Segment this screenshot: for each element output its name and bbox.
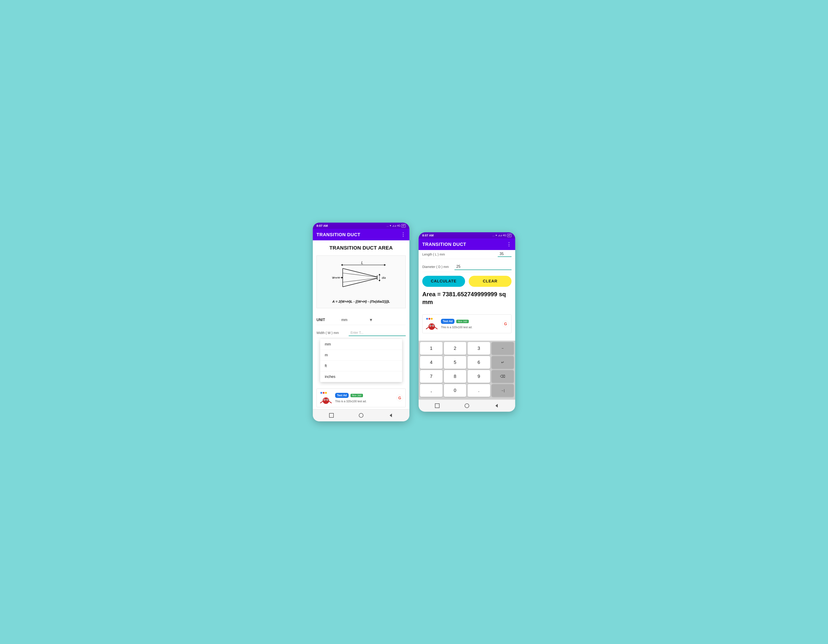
dropdown-arrow-icon[interactable]: ▼ <box>369 318 373 323</box>
keyboard-row-4: , 0 . →| <box>420 384 514 397</box>
svg-point-17 <box>320 392 322 394</box>
key-minus[interactable]: − <box>491 342 514 355</box>
width-label: Width ( W ) mm <box>317 331 349 335</box>
nav-bar-right <box>419 400 515 412</box>
svg-marker-31 <box>390 414 392 417</box>
length-value: 35 <box>498 252 511 257</box>
nav-square-left[interactable] <box>328 412 335 418</box>
button-row: CALCULATE CLEAR <box>422 276 511 287</box>
nav-circle-right[interactable] <box>464 403 470 409</box>
nav-back-right[interactable] <box>493 403 500 409</box>
calculate-button[interactable]: CALCULATE <box>422 276 465 287</box>
key-2[interactable]: 2 <box>444 342 466 355</box>
ad-text-right: This is a 320x100 test ad. <box>441 326 500 329</box>
svg-text:G: G <box>398 396 401 400</box>
ad-text-left: This is a 320x100 test ad. <box>335 400 394 403</box>
unit-selected[interactable]: mm <box>339 317 367 323</box>
svg-text:W x H: W x H <box>332 276 340 279</box>
svg-point-24 <box>327 399 328 400</box>
nav-back-left[interactable] <box>387 412 394 418</box>
svg-point-23 <box>324 399 325 400</box>
diagram-area: L dia <box>317 255 406 308</box>
key-dot[interactable]: . <box>467 384 490 397</box>
key-backspace[interactable]: ⌫ <box>491 370 514 383</box>
ad-bubble-sub-right: Nice Job! <box>456 320 469 323</box>
status-icons-right: ... ✦ ⊿⊿ 4G 47 <box>492 233 511 237</box>
google-logo-right: G <box>502 320 509 327</box>
svg-line-7 <box>343 273 377 277</box>
app-bar-left: TRANSITION DUCT ⋮ <box>313 229 409 240</box>
dropdown-item-mm[interactable]: mm <box>320 339 402 350</box>
key-1[interactable]: 1 <box>420 342 442 355</box>
svg-line-25 <box>320 401 323 403</box>
svg-point-32 <box>426 318 428 320</box>
key-8[interactable]: 8 <box>444 370 466 383</box>
app-title-right: TRANSITION DUCT <box>422 242 466 247</box>
svg-point-30 <box>359 413 363 417</box>
ad-bubble-right: Test Ad <box>441 319 455 324</box>
unit-dropdown-menu: mm m ft inches <box>320 339 402 382</box>
svg-line-40 <box>426 327 428 329</box>
ad-banner-left: Test Ad Nice Job! This is a 320x100 test… <box>317 389 406 407</box>
app-title-left: TRANSITION DUCT <box>317 232 361 237</box>
status-bar-left: 8:07 AM ... ✦ ⊿⊿ 4G 47 <box>313 223 409 229</box>
unit-dropdown[interactable]: mm ▼ <box>339 317 373 323</box>
ad-bubble-sub-left: Nice Job! <box>351 394 363 397</box>
dropdown-item-m[interactable]: m <box>320 350 402 360</box>
ad-bubble-left: Test Ad <box>335 393 349 398</box>
keyboard-row-2: 4 5 6 ↵ <box>420 356 514 369</box>
svg-text:dia: dia <box>382 276 386 279</box>
svg-point-18 <box>323 392 325 394</box>
svg-line-41 <box>435 327 437 329</box>
result-section: Diameter ( D ) mm CALCULATE CLEAR Area =… <box>419 259 515 313</box>
svg-point-38 <box>430 325 431 326</box>
dropdown-item-ft[interactable]: ft <box>320 360 402 371</box>
length-label: Length ( L ) mm <box>422 252 455 256</box>
width-input[interactable] <box>349 330 406 336</box>
ad-content-left: Test Ad Nice Job! This is a 320x100 test… <box>335 393 394 403</box>
diameter-input[interactable] <box>455 263 511 270</box>
nav-square-right[interactable] <box>434 403 441 409</box>
svg-marker-11 <box>379 274 380 275</box>
keyboard: 1 2 3 − 4 5 6 ↵ 7 8 9 ⌫ , 0 . →| <box>419 341 515 400</box>
key-9[interactable]: 9 <box>467 370 490 383</box>
key-3[interactable]: 3 <box>467 342 490 355</box>
svg-line-26 <box>329 401 331 403</box>
key-4[interactable]: 4 <box>420 356 442 369</box>
key-comma[interactable]: , <box>420 384 442 397</box>
nav-bar-left <box>313 409 409 421</box>
svg-marker-46 <box>496 404 498 407</box>
nav-circle-left[interactable] <box>358 412 364 418</box>
key-tab[interactable]: →| <box>491 384 514 397</box>
result-text: Area = 7381.652749999999 sq mm <box>422 291 506 306</box>
left-phone: 8:07 AM ... ✦ ⊿⊿ 4G 47 TRANSITION DUCT ⋮… <box>313 223 409 421</box>
svg-line-8 <box>343 278 377 282</box>
form-section-left: UNIT mm ▼ Width ( W ) mm mm m ft inches <box>313 314 409 387</box>
diagram-title: TRANSITION DUCT AREA <box>317 245 406 251</box>
keyboard-row-1: 1 2 3 − <box>420 342 514 355</box>
key-return[interactable]: ↵ <box>491 356 514 369</box>
clear-button[interactable]: CLEAR <box>469 276 511 287</box>
ad-content-right: Test Ad Nice Job! This is a 320x100 test… <box>441 319 500 329</box>
svg-point-45 <box>465 404 469 408</box>
key-5[interactable]: 5 <box>444 356 466 369</box>
unit-row: UNIT mm ▼ <box>317 317 406 325</box>
ad-mascot-right <box>425 317 439 331</box>
dropdown-item-inches[interactable]: inches <box>320 371 402 382</box>
app-bar-right: TRANSITION DUCT ⋮ <box>419 238 515 250</box>
unit-label: UNIT <box>317 318 335 322</box>
svg-point-20 <box>323 398 329 404</box>
menu-icon-right[interactable]: ⋮ <box>507 241 511 247</box>
svg-point-34 <box>431 318 433 320</box>
key-6[interactable]: 6 <box>467 356 490 369</box>
status-icons-left: ... ✦ ⊿⊿ 4G 47 <box>387 224 406 227</box>
right-phone: 8:07 AM ... ✦ ⊿⊿ 4G 47 TRANSITION DUCT ⋮… <box>419 232 515 412</box>
svg-point-35 <box>428 323 435 330</box>
diameter-label: Diameter ( D ) mm <box>422 265 455 269</box>
length-input-row: Length ( L ) mm 35 <box>419 250 515 259</box>
menu-icon-left[interactable]: ⋮ <box>401 232 406 238</box>
key-0[interactable]: 0 <box>444 384 466 397</box>
svg-marker-12 <box>379 280 380 282</box>
status-bar-right: 8:07 AM ... ✦ ⊿⊿ 4G 47 <box>419 232 515 238</box>
key-7[interactable]: 7 <box>420 370 442 383</box>
